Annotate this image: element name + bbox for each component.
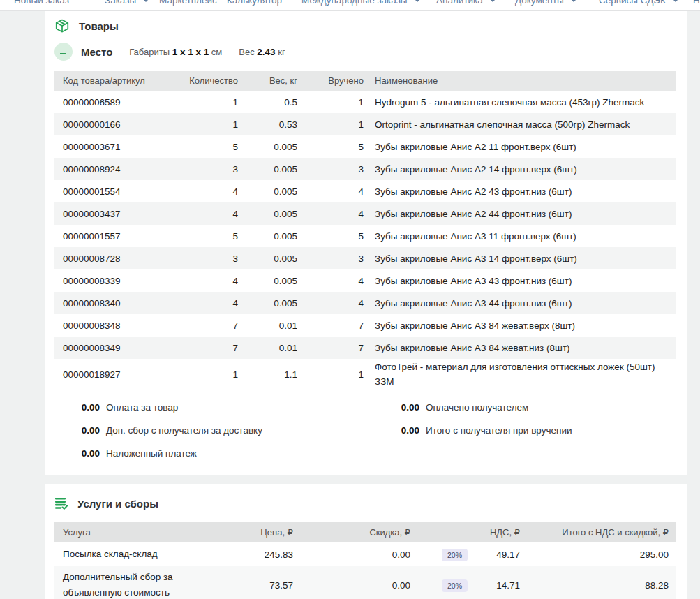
cell-price: 73.57 (209, 566, 299, 599)
collapse-place-toggle[interactable] (54, 43, 73, 61)
place-weight: Вес 2.43 кг (239, 47, 285, 57)
cell-name: Зубы акриловые Анис А2 44 фронт.низ (6шт… (368, 202, 676, 225)
cell-name: Зубы акриловые Анис А3 84 жеват.верх (8ш… (368, 314, 676, 337)
goods-table-row: 0000001892711.11ФотоТрей - материал для … (54, 359, 676, 390)
cell-qty: 1 (180, 359, 243, 390)
nav-item-9[interactable]: Н (693, 0, 700, 6)
services-card: Услуги и сборы Услуга Цена, ₽ Скидка, ₽ … (45, 484, 687, 599)
services-table-row: Дополнительный сбор за объявленную стоим… (54, 566, 676, 599)
cell-weight: 0.005 (243, 269, 303, 292)
services-table: Услуга Цена, ₽ Скидка, ₽ НДС, ₽ Итого с … (54, 522, 676, 599)
cell-qty: 7 (180, 337, 243, 359)
payment-item: 0.00Оплачено получателем (374, 396, 678, 419)
top-navigation: Новый заказЗаказыМаркетплейсКалькуляторМ… (0, 0, 700, 11)
header-vat: НДС, ₽ (472, 522, 526, 542)
payment-item: 0.00Доп. сбор с получателя за доставку (54, 419, 374, 442)
cell-discount: 0.00 (299, 542, 416, 566)
cell-service-name: Посылка склад-склад (54, 542, 209, 566)
nav-item-7[interactable]: Документы (515, 0, 576, 6)
cell-name: Зубы акриловые Анис А3 84 жеват.низ (8шт… (368, 337, 676, 359)
goods-table-row: 0000000834970.017Зубы акриловые Анис А3 … (54, 337, 676, 359)
nav-item-6[interactable]: Аналитика (436, 0, 496, 6)
cell-vat: 14.71 (472, 566, 526, 599)
cell-name: Зубы акриловые Анис А3 14 фронт.верх (6ш… (368, 247, 676, 269)
payment-item: 0.00Оплата за товар (54, 396, 374, 419)
cell-name: Зубы акриловые Анис А2 14 фронт.верх (6ш… (368, 158, 676, 180)
goods-table-row: 0000000658910.51Hydrogum 5 - альгинатная… (54, 91, 676, 113)
cell-qty: 3 (180, 247, 243, 269)
cell-name: Hydrogum 5 - альгинатная слепочная масса… (368, 91, 676, 113)
cell-code: 00000018927 (54, 359, 180, 390)
cell-name: Зубы акриловые Анис А3 43 фронт.низ (6шт… (368, 269, 676, 292)
header-code: Код товара/артикул (54, 71, 180, 91)
nav-item-3[interactable]: Маркетплейс (159, 0, 217, 6)
header-name: Наименование (368, 71, 676, 91)
cell-handed: 1 (303, 359, 368, 390)
header-quantity: Количество (180, 71, 243, 91)
cell-handed: 1 (303, 91, 368, 113)
services-table-body: Посылка склад-склад245.830.0020%49.17295… (54, 542, 676, 599)
goods-table-row: 0000000834040.0054Зубы акриловые Анис А3… (54, 292, 676, 314)
services-section-header: Услуги и сборы (54, 484, 678, 513)
cell-handed: 3 (303, 247, 368, 269)
payment-value: 0.00 (54, 402, 100, 413)
cell-qty: 1 (180, 91, 243, 113)
cell-code: 00000003437 (54, 202, 180, 225)
cell-handed: 4 (303, 202, 368, 225)
cell-weight: 0.01 (243, 337, 303, 359)
cell-vat-rate: 20% (416, 542, 472, 566)
goods-table-row: 0000000892430.0053Зубы акриловые Анис А2… (54, 158, 676, 180)
goods-table-row: 0000000872830.0053Зубы акриловые Анис А3… (54, 247, 676, 269)
cell-code: 00000001554 (54, 180, 180, 202)
cell-weight: 0.53 (243, 113, 303, 135)
cell-handed: 4 (303, 180, 368, 202)
payment-label: Оплачено получателем (426, 402, 528, 413)
nav-item-2[interactable]: Заказы (105, 0, 149, 6)
payment-value: 0.00 (374, 402, 419, 413)
cell-discount: 0.00 (299, 566, 416, 599)
cell-name: Ortoprint - альгинатная слепочная масса … (368, 113, 676, 135)
payments-left-column: 0.00Оплата за товар0.00Доп. сбор с получ… (54, 396, 374, 465)
goods-table-row: 0000000833940.0054Зубы акриловые Анис А3… (54, 269, 676, 292)
payment-label: Наложенный платеж (106, 448, 197, 459)
nav-item-4[interactable]: Калькулятор (227, 0, 282, 6)
services-table-header-row: Услуга Цена, ₽ Скидка, ₽ НДС, ₽ Итого с … (54, 522, 676, 542)
payment-value: 0.00 (374, 425, 419, 436)
cell-qty: 5 (180, 135, 243, 158)
cell-service-name: Дополнительный сбор за объявленную стоим… (54, 566, 209, 599)
goods-table-row: 0000000155440.0054Зубы акриловые Анис А2… (54, 180, 676, 202)
cell-code: 00000001557 (54, 225, 180, 247)
goods-table: Код товара/артикул Количество Вес, кг Вр… (54, 71, 676, 390)
payments-summary: 0.00Оплата за товар0.00Доп. сбор с получ… (54, 396, 678, 465)
goods-table-row: 0000000155750.0055Зубы акриловые Анис А3… (54, 225, 676, 247)
cell-code: 00000008348 (54, 314, 180, 337)
cell-total: 88.28 (526, 566, 676, 599)
cell-price: 245.83 (209, 542, 299, 566)
payments-right-column: 0.00Оплачено получателем0.00Итого с полу… (374, 396, 678, 465)
cell-handed: 4 (303, 269, 368, 292)
chevron-down-icon (143, 0, 149, 2)
chevron-down-icon (571, 0, 576, 2)
nav-item-1[interactable]: Новый заказ (14, 0, 69, 6)
list-check-icon (54, 496, 68, 510)
header-discount: Скидка, ₽ (299, 522, 416, 542)
nav-item-8[interactable]: Сервисы СДЭК (599, 0, 678, 6)
place-row: Место Габариты 1 x 1 x 1 см Вес 2.43 кг (54, 41, 678, 62)
header-handed: Вручено (303, 71, 368, 91)
cell-code: 00000008728 (54, 247, 180, 269)
cell-handed: 7 (303, 314, 368, 337)
cell-code: 00000003671 (54, 135, 180, 158)
package-icon (54, 18, 70, 34)
cell-weight: 0.005 (243, 135, 303, 158)
cell-code: 00000008340 (54, 292, 180, 314)
place-dimensions: Габариты 1 x 1 x 1 см (129, 47, 222, 57)
cell-weight: 0.005 (243, 247, 303, 269)
cell-qty: 4 (180, 202, 243, 225)
goods-table-row: 0000000343740.0054Зубы акриловые Анис А2… (54, 202, 676, 225)
header-service: Услуга (54, 522, 209, 542)
header-price: Цена, ₽ (209, 522, 299, 542)
nav-item-5[interactable]: Международные заказы (301, 0, 420, 6)
cell-weight: 0.005 (243, 292, 303, 314)
cell-weight: 0.005 (243, 158, 303, 180)
payment-value: 0.00 (54, 448, 100, 459)
